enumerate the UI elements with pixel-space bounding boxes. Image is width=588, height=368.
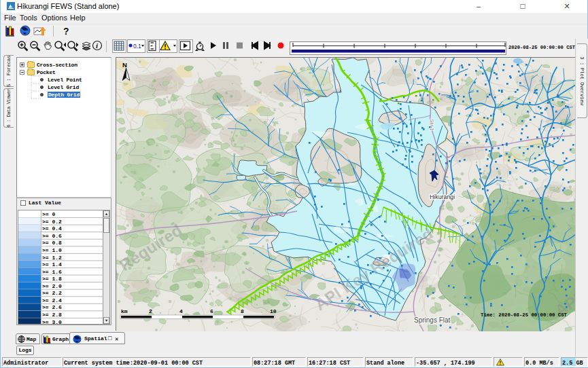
svg-text:10: 10 (270, 308, 277, 314)
svg-text:>= 0: >= 0 (42, 211, 55, 217)
svg-text:>= 0.8: >= 0.8 (42, 240, 62, 246)
svg-text:Hikurangi: Hikurangi (430, 194, 455, 200)
svg-text:>= 1.0: >= 1.0 (42, 247, 62, 253)
svg-text:Springs Flat: Springs Flat (414, 316, 451, 324)
svg-text:2020-08-25 00:00:00 CST: 2020-08-25 00:00:00 CST (508, 45, 576, 50)
svg-text:>= 3.0: >= 3.0 (42, 319, 62, 324)
svg-text:Time: 2020-08-25 00:00:00 CST: Time: 2020-08-25 00:00:00 CST (481, 312, 568, 318)
svg-text:>= 2.6: >= 2.6 (42, 304, 62, 310)
svg-text:2: 2 (149, 308, 152, 314)
svg-text:>= 2.0: >= 2.0 (42, 283, 62, 289)
svg-text:>= 0.4: >= 0.4 (42, 225, 62, 232)
svg-text:8: 8 (241, 308, 244, 314)
svg-text:0.1: 0.1 (133, 43, 141, 50)
svg-text:SH 1: SH 1 (429, 119, 435, 131)
svg-text:N: N (122, 61, 127, 69)
svg-text:4: 4 (179, 308, 183, 314)
svg-text:i: i (96, 41, 99, 50)
svg-text:>= 0.6: >= 0.6 (42, 233, 62, 239)
svg-text:>= 2.2: >= 2.2 (42, 290, 62, 296)
svg-text:?: ? (63, 26, 69, 37)
svg-text:>= 2.4: >= 2.4 (42, 297, 62, 303)
svg-text:>= 1.8: >= 1.8 (42, 276, 62, 282)
svg-text:>= 0.2: >= 0.2 (42, 219, 62, 225)
svg-text:>= 1.6: >= 1.6 (42, 269, 62, 275)
svg-text:km: km (121, 308, 128, 314)
svg-text:>= 1.4: >= 1.4 (42, 261, 62, 268)
svg-text:>= 1.2: >= 1.2 (42, 255, 62, 261)
svg-text:6: 6 (210, 308, 213, 314)
svg-text:>= 2.8: >= 2.8 (42, 312, 62, 318)
